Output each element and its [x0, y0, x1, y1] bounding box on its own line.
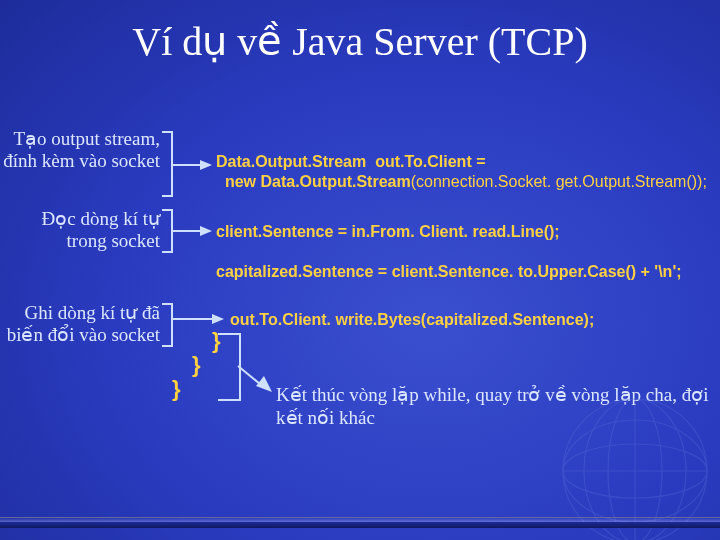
closing-brace-2: } — [192, 352, 201, 378]
code-line-2: client.Sentence = in.From. Client. read.… — [216, 222, 560, 242]
arrow-2 — [172, 226, 212, 236]
footer-bar — [0, 517, 720, 528]
slide-title: Ví dụ về Java Server (TCP) — [0, 18, 720, 65]
slide: Ví dụ về Java Server (TCP) Tạo output st… — [0, 0, 720, 540]
svg-line-6 — [238, 366, 260, 384]
code-line-1a: Data.Output.Stream out.To.Client = — [216, 152, 486, 172]
annotation-read-line: Đọc dòng kí tự trong socket — [30, 208, 160, 253]
code-line-3: capitalized.Sentence = client.Sentence. … — [216, 262, 682, 282]
annotation-create-stream: Tạo output stream, đính kèm vào socket — [0, 128, 160, 173]
code-line-1b-bold: new Data.Output.Stream — [216, 173, 411, 190]
arrow-3 — [172, 314, 224, 324]
annotation-write-bytes: Ghi dòng kí tự đã biến đổi vào socket — [0, 302, 160, 347]
arrow-1 — [172, 160, 212, 170]
bracket-3 — [162, 302, 176, 348]
code-line-4: out.To.Client. write.Bytes(capitalized.S… — [230, 310, 594, 330]
svg-marker-3 — [200, 226, 212, 236]
svg-marker-1 — [200, 160, 212, 170]
closing-brace-3: } — [172, 376, 181, 402]
svg-marker-5 — [212, 314, 224, 324]
code-line-1-wrap: new Data.Output.Stream(connection.Socket… — [216, 172, 707, 192]
arrow-comment — [238, 362, 276, 392]
code-line-1c-light: (connection.Socket. get.Output.Stream())… — [411, 173, 707, 190]
svg-marker-7 — [256, 376, 272, 392]
